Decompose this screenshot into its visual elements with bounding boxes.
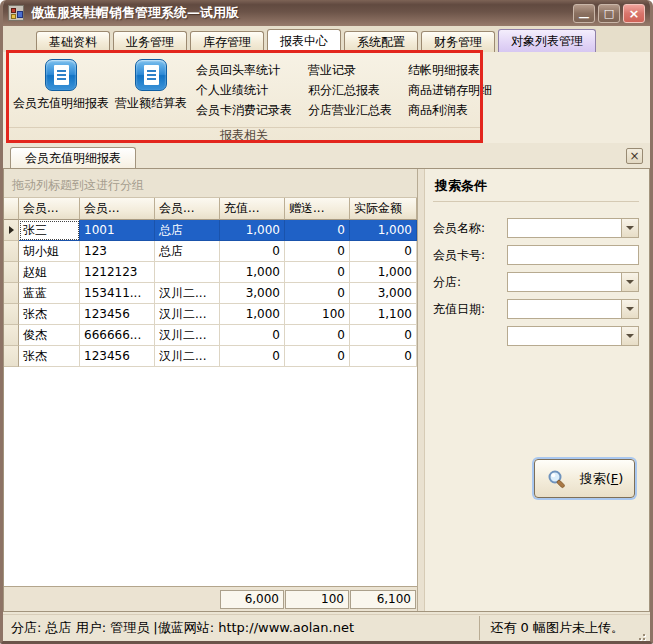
cell-store[interactable]: 汉川二... [155,325,220,346]
ribbon-link-points-summary[interactable]: 积分汇总报表 [308,83,392,97]
cell-actual-amount[interactable]: 0 [350,325,417,346]
cell-store[interactable]: 总店 [155,220,220,241]
combo-value [508,219,621,237]
tab-object-list-management[interactable]: 对象列表管理 [498,29,596,52]
tab-basic-data[interactable]: 基础资料 [36,31,110,52]
row-selector[interactable] [4,241,19,262]
member-card-input[interactable] [507,245,639,265]
minimize-button[interactable]: — [573,4,595,23]
doc-tab-close-button[interactable]: × [626,148,643,164]
cell-member-name[interactable]: 张杰 [19,304,80,325]
cell-actual-amount[interactable]: 1,000 [350,262,417,283]
tab-finance-management[interactable]: 财务管理 [421,31,495,52]
column-header-member-card[interactable]: 会员... [80,198,155,220]
row-selector[interactable] [4,283,19,304]
column-header-actual-amount[interactable]: 实际金额 [350,198,417,220]
cell-store[interactable]: 汉川二... [155,304,220,325]
cell-store[interactable]: 总店 [155,241,220,262]
dropdown-button[interactable] [621,273,638,291]
cell-member-card[interactable]: 1212123 [80,262,155,283]
recharge-date-to-combo[interactable] [507,326,639,346]
cell-gift[interactable]: 0 [285,283,350,304]
cell-member-card[interactable]: 153411... [80,283,155,304]
dropdown-button[interactable] [621,219,638,237]
cell-recharge[interactable]: 1,000 [220,220,285,241]
resize-grip[interactable] [634,629,646,641]
cell-member-name[interactable]: 胡小姐 [19,241,80,262]
branch-combo[interactable] [507,272,639,292]
maximize-button[interactable]: □ [598,4,620,23]
close-button[interactable]: × [623,4,645,23]
tab-report-center[interactable]: 报表中心 [267,29,341,52]
member-name-combo[interactable] [507,218,639,238]
search-button[interactable]: 搜索(F) [534,459,635,498]
ribbon-link-business-records[interactable]: 营业记录 [308,63,392,77]
column-header-member-name[interactable]: 会员... [19,198,80,220]
ribbon-link-branch-business-summary[interactable]: 分店营业汇总表 [308,103,392,117]
tab-inventory-management[interactable]: 库存管理 [190,31,264,52]
table-row[interactable]: 赵姐 1212123 1,000 0 1,000 [4,262,417,283]
row-selector[interactable] [4,304,19,325]
cell-member-card[interactable]: 123 [80,241,155,262]
cell-gift[interactable]: 0 [285,346,350,367]
cell-actual-amount[interactable]: 1,100 [350,304,417,325]
cell-member-name[interactable]: 张三 [19,220,80,241]
cell-gift[interactable]: 0 [285,325,350,346]
cell-actual-amount[interactable]: 1,000 [350,220,417,241]
row-selector[interactable] [4,220,19,241]
ribbon-link-member-card-consumption[interactable]: 会员卡消费记录表 [196,103,292,117]
cell-member-card[interactable]: 1001 [80,220,155,241]
tab-system-config[interactable]: 系统配置 [344,31,418,52]
table-row[interactable]: 张杰 123456 汉川二... 1,000 100 1,100 [4,304,417,325]
column-header-member-store[interactable]: 会员... [155,198,220,220]
cell-member-card[interactable]: 123456 [80,346,155,367]
doc-tab-member-recharge-report[interactable]: 会员充值明细报表 [10,147,136,168]
table-row[interactable]: 俊杰 666666... 汉川二... 0 0 0 [4,325,417,346]
cell-recharge[interactable]: 1,000 [220,262,285,283]
column-header-gift[interactable]: 赠送... [285,198,350,220]
cell-recharge[interactable]: 3,000 [220,283,285,304]
column-header-recharge[interactable]: 充值... [220,198,285,220]
cell-store[interactable]: 汉川二... [155,283,220,304]
ribbon-link-personal-performance[interactable]: 个人业绩统计 [196,83,292,97]
cell-gift[interactable]: 100 [285,304,350,325]
ribbon-link-member-return-rate[interactable]: 会员回头率统计 [196,63,292,77]
cell-actual-amount[interactable]: 0 [350,346,417,367]
cell-member-name[interactable]: 蓝蓝 [19,283,80,304]
ribbon-button-revenue-settlement[interactable]: 营业额结算表 [112,55,190,127]
cell-actual-amount[interactable]: 3,000 [350,283,417,304]
cell-gift[interactable]: 0 [285,262,350,283]
cell-member-card[interactable]: 666666... [80,325,155,346]
cell-recharge[interactable]: 1,000 [220,304,285,325]
cell-member-card[interactable]: 123456 [80,304,155,325]
dropdown-button[interactable] [621,327,638,345]
title-bar[interactable]: 傲蓝服装鞋帽销售管理系统—试用版 — □ × [3,0,650,26]
tab-business-management[interactable]: 业务管理 [113,31,187,52]
grid-table: 会员... 会员... 会员... 充值... 赠送... 实际金额 张三 10… [4,198,417,611]
recharge-date-from-combo[interactable] [507,299,639,319]
table-row[interactable]: 胡小姐 123 总店 0 0 0 [4,241,417,262]
cell-recharge[interactable]: 0 [220,346,285,367]
cell-store[interactable]: 汉川二... [155,346,220,367]
table-row[interactable]: 张三 1001 总店 1,000 0 1,000 [4,220,417,241]
dropdown-button[interactable] [621,300,638,318]
ribbon-link-product-inventory-detail[interactable]: 商品进销存明细 [408,83,492,97]
row-selector[interactable] [4,346,19,367]
ribbon-link-settlement-detail[interactable]: 结帐明细报表 [408,63,492,77]
cell-gift[interactable]: 0 [285,220,350,241]
ribbon-link-product-profit[interactable]: 商品利润表 [408,103,492,117]
cell-member-name[interactable]: 张杰 [19,346,80,367]
cell-recharge[interactable]: 0 [220,241,285,262]
table-row[interactable]: 张杰 123456 汉川二... 0 0 0 [4,346,417,367]
cell-member-name[interactable]: 俊杰 [19,325,80,346]
cell-store[interactable] [155,262,220,283]
group-by-panel[interactable]: 拖动列标题到这进行分组 [4,169,417,198]
cell-gift[interactable]: 0 [285,241,350,262]
row-selector[interactable] [4,325,19,346]
cell-member-name[interactable]: 赵姐 [19,262,80,283]
row-selector[interactable] [4,262,19,283]
cell-actual-amount[interactable]: 0 [350,241,417,262]
ribbon-button-member-recharge-report[interactable]: 会员充值明细报表 [10,55,112,127]
table-row[interactable]: 蓝蓝 153411... 汉川二... 3,000 0 3,000 [4,283,417,304]
cell-recharge[interactable]: 0 [220,325,285,346]
